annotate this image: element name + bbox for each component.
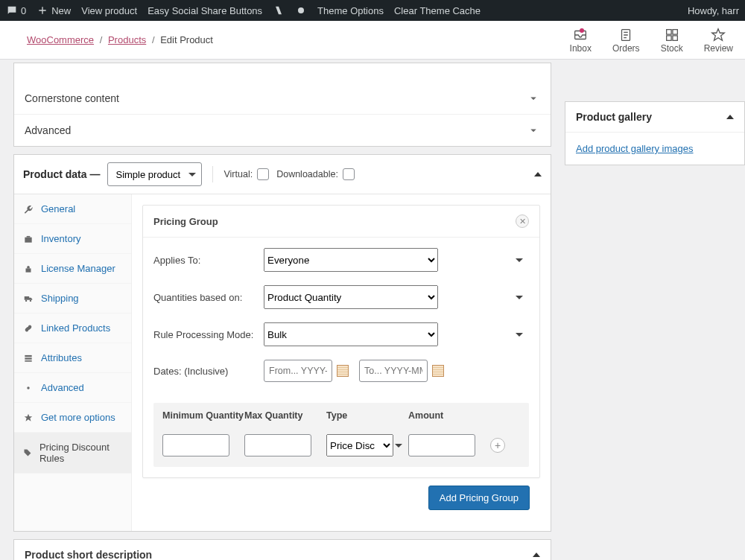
nav-reviews[interactable]: Review	[704, 27, 733, 54]
remove-group-button[interactable]: ✕	[516, 214, 529, 228]
admin-bar-howdy[interactable]: Howdy, harr	[688, 5, 739, 16]
amount-input[interactable]	[408, 434, 475, 456]
yoast-icon	[273, 4, 285, 16]
admin-bar-clear-cache[interactable]: Clear Theme Cache	[394, 5, 481, 16]
tab-attributes[interactable]: Attributes	[14, 343, 131, 373]
tab-pricing-rules[interactable]: Pricing Discount Rules	[14, 433, 131, 474]
nav-reviews-label: Review	[704, 43, 733, 54]
admin-bar-new[interactable]: New	[37, 4, 71, 16]
breadcrumb-products[interactable]: Products	[108, 34, 146, 45]
star-icon	[23, 413, 34, 423]
link-icon	[23, 323, 34, 334]
calendar-icon[interactable]	[432, 365, 444, 377]
svg-rect-6	[673, 35, 677, 39]
attributes-icon	[23, 353, 34, 363]
nav-stock[interactable]: Stock	[661, 27, 683, 54]
metabox-cornerstone: . Cornerstone content Advanced	[13, 63, 551, 147]
tab-getmore[interactable]: Get more options	[14, 403, 131, 433]
admin-bar-yoast[interactable]	[273, 4, 285, 16]
truck-icon	[23, 293, 34, 304]
tab-license[interactable]: License Manager	[14, 254, 131, 284]
page-header: WooCommerce / Products / Edit Product In…	[0, 21, 745, 60]
svg-point-9	[25, 299, 27, 301]
admin-bar-new-label: New	[51, 5, 71, 16]
admin-bar-comments[interactable]: 0	[6, 4, 26, 16]
pricing-group-card: Pricing Group ✕ Applies To: Everyone Qua…	[142, 205, 540, 478]
product-gallery-title: Product gallery	[576, 111, 652, 123]
inventory-icon	[23, 234, 34, 244]
advanced-toggle[interactable]: Advanced	[14, 115, 551, 146]
virtual-toggle[interactable]: Virtual:	[224, 168, 269, 180]
cornerstone-toggle[interactable]: Cornerstone content	[14, 83, 551, 114]
tab-general[interactable]: General	[14, 194, 131, 224]
breadcrumb-woocommerce[interactable]: WooCommerce	[27, 34, 94, 45]
virtual-checkbox[interactable]	[257, 168, 269, 180]
plus-icon	[37, 4, 48, 16]
panel-collapse-toggle[interactable]	[726, 115, 734, 119]
svg-point-14	[27, 386, 30, 389]
admin-bar-comments-count: 0	[21, 5, 26, 16]
metabox-short-description: Product short description Add Media Soci…	[13, 539, 551, 560]
product-data-tabs: General Inventory License Manager Shippi…	[14, 194, 132, 531]
nav-orders[interactable]: Orders	[612, 27, 640, 54]
circle-icon	[295, 4, 307, 16]
date-from-input[interactable]	[264, 360, 332, 382]
pricing-panel: Pricing Group ✕ Applies To: Everyone Qua…	[132, 194, 551, 531]
stock-icon	[664, 27, 680, 43]
tab-linked[interactable]: Linked Products	[14, 314, 131, 343]
advanced-title: Advanced	[25, 124, 71, 136]
nav-orders-label: Orders	[612, 43, 640, 54]
min-qty-input[interactable]	[162, 434, 229, 456]
tier-row: Price Disc +	[153, 428, 529, 467]
downloadable-checkbox[interactable]	[343, 168, 355, 180]
tier-table: Minimum Quantity Max Quantity Type Amoun…	[153, 403, 529, 467]
product-data-title: Product data —	[23, 168, 100, 180]
orders-icon	[618, 27, 634, 43]
add-gallery-images-link[interactable]: Add product gallery images	[576, 143, 694, 154]
breadcrumb: WooCommerce / Products / Edit Product	[12, 34, 570, 45]
svg-rect-4	[673, 29, 677, 34]
admin-bar-essb[interactable]: Easy Social Share Buttons	[148, 5, 262, 16]
metabox-product-gallery: Product gallery Add product gallery imag…	[565, 101, 745, 165]
tier-type-select[interactable]: Price Disc	[326, 434, 393, 456]
virtual-label: Virtual:	[224, 169, 253, 179]
tab-shipping[interactable]: Shipping	[14, 284, 131, 314]
add-pricing-group-button[interactable]: Add Pricing Group	[428, 486, 530, 510]
comment-icon	[6, 4, 18, 16]
svg-rect-5	[666, 35, 670, 39]
admin-bar-dot[interactable]	[295, 4, 307, 16]
rule-mode-select[interactable]: Bulk	[264, 322, 438, 346]
svg-point-0	[298, 7, 304, 13]
rule-mode-label: Rule Processing Mode:	[153, 329, 264, 340]
product-type-select[interactable]: Simple product	[107, 162, 202, 186]
dates-label: Dates: (Inclusive)	[153, 366, 264, 377]
applies-to-select[interactable]: Everyone	[264, 248, 438, 272]
wrench-icon	[23, 204, 34, 214]
admin-bar-theme-options[interactable]: Theme Options	[317, 5, 384, 16]
th-max: Max Quantity	[244, 410, 326, 421]
nav-inbox[interactable]: Inbox	[570, 27, 592, 54]
reviews-icon	[710, 27, 726, 43]
qty-based-select[interactable]: Product Quantity	[264, 285, 438, 309]
tab-advanced[interactable]: Advanced	[14, 373, 131, 403]
cornerstone-title: Cornerstone content	[25, 92, 119, 104]
th-min: Minimum Quantity	[162, 410, 244, 421]
panel-collapse-toggle[interactable]	[534, 172, 542, 176]
tab-inventory[interactable]: Inventory	[14, 224, 131, 254]
max-qty-input[interactable]	[244, 434, 311, 456]
short-description-header[interactable]: Product short description	[14, 540, 551, 560]
svg-point-15	[25, 451, 26, 451]
nav-stock-label: Stock	[661, 43, 683, 54]
date-to-input[interactable]	[359, 360, 428, 382]
svg-rect-3	[666, 29, 670, 34]
metabox-product-data: Product data — Simple product Virtual: D…	[13, 154, 551, 532]
th-type: Type	[326, 410, 408, 421]
svg-rect-11	[25, 354, 31, 356]
add-tier-button[interactable]: +	[490, 438, 505, 453]
calendar-icon[interactable]	[337, 365, 349, 377]
panel-collapse-toggle[interactable]	[533, 553, 540, 557]
admin-bar-view-product[interactable]: View product	[81, 5, 137, 16]
short-description-title: Product short description	[25, 549, 152, 560]
svg-rect-13	[25, 360, 31, 361]
downloadable-toggle[interactable]: Downloadable:	[276, 168, 355, 180]
